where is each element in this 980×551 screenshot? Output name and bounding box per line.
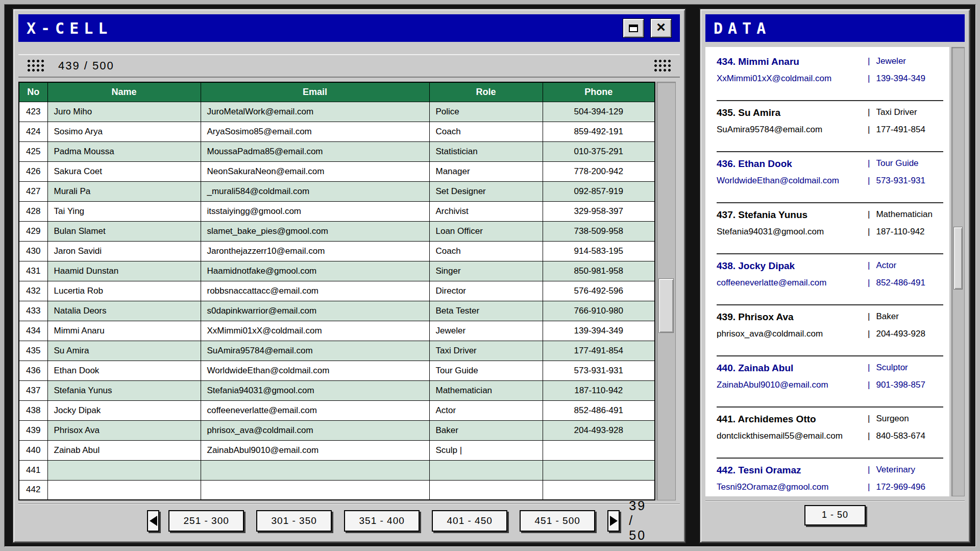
cell-email[interactable]: itsstaiyingg@gmool.com [201,201,429,221]
cell-phone[interactable]: 778-200-942 [543,161,655,181]
cell-phone[interactable]: 573-931-931 [543,361,655,380]
cell-role[interactable]: Coach [429,122,543,141]
cell-role[interactable]: Beta Tester [429,301,543,321]
cell-role[interactable]: Jeweler [429,321,543,341]
cell-no[interactable]: 433 [19,301,47,321]
cell-name[interactable]: Juro Miho [47,102,201,122]
cell-role[interactable]: Taxi Driver [429,341,543,361]
cell-email[interactable]: slamet_bake_pies@gmool.com [201,221,429,241]
cell-no[interactable]: 439 [19,420,47,440]
cell-phone[interactable]: 204-493-928 [543,420,655,440]
close-button[interactable]: × [650,18,672,38]
page-range-button[interactable]: 301 - 350 [256,510,332,532]
cell-name[interactable]: Haamid Dunstan [47,261,201,281]
cell-no[interactable]: 424 [19,122,47,141]
cell-email[interactable]: WorldwideEthan@coldmail.com [201,361,429,380]
cell-phone[interactable]: 177-491-854 [543,341,655,361]
cell-phone[interactable]: 576-492-596 [543,281,655,301]
xcell-scrollbar-thumb[interactable] [658,278,674,332]
cell-email[interactable]: XxMimmi01xX@coldmail.com [201,321,429,341]
cell-phone[interactable] [543,440,655,460]
cell-name[interactable]: Sakura Coet [47,161,201,181]
cell-phone[interactable]: 914-583-195 [543,241,655,261]
cell-phone[interactable] [543,460,655,480]
cell-name[interactable]: Jaron Savidi [47,241,201,261]
cell-no[interactable]: 430 [19,241,47,261]
cell-email[interactable]: s0dapinkwarrior@email.com [201,301,429,321]
cell-name[interactable]: Natalia Deors [47,301,201,321]
cell-email[interactable]: Jaronthejazzerr10@email.com [201,241,429,261]
cell-no[interactable]: 429 [19,221,47,241]
cell-name[interactable]: Jocky Dipak [47,400,201,420]
cell-no[interactable]: 423 [19,102,47,122]
cell-phone[interactable]: 766-910-980 [543,301,655,321]
page-range-button[interactable]: 351 - 400 [344,510,420,532]
prev-page-button[interactable] [147,510,159,532]
cell-email[interactable]: _murali584@coldmail.com [201,181,429,201]
cell-no[interactable]: 432 [19,281,47,301]
cell-email[interactable]: JuroMetalWork@email.com [201,102,429,122]
cell-name[interactable]: Murali Pa [47,181,201,201]
cell-role[interactable]: Coach [429,241,543,261]
cell-role[interactable]: Singer [429,261,543,281]
cell-name[interactable]: Zainab Abul [47,440,201,460]
cell-email[interactable]: SuAmira95784@email.com [201,341,429,361]
cell-no[interactable]: 440 [19,440,47,460]
cell-email[interactable]: AryaSosimo85@email.com [201,122,429,141]
cell-email[interactable]: MoussaPadma85@email.com [201,141,429,161]
cell-name[interactable]: Lucertia Rob [47,281,201,301]
cell-email[interactable]: robbsnaccattacc@email.com [201,281,429,301]
cell-no[interactable]: 425 [19,141,47,161]
cell-phone[interactable]: 010-375-291 [543,141,655,161]
cell-phone[interactable]: 738-509-958 [543,221,655,241]
cell-no[interactable]: 438 [19,400,47,420]
cell-no[interactable]: 435 [19,341,47,361]
cell-name[interactable]: Su Amira [47,341,201,361]
cell-no[interactable]: 434 [19,321,47,341]
cell-no[interactable]: 436 [19,361,47,380]
cell-role[interactable]: Set Designer [429,181,543,201]
cell-email[interactable]: Haamidnotfake@gmool.com [201,261,429,281]
cell-phone[interactable] [543,480,655,500]
cell-role[interactable]: Statistician [429,141,543,161]
cell-phone[interactable]: 850-981-958 [543,261,655,281]
cell-phone[interactable]: 329-958-397 [543,201,655,221]
cell-phone[interactable]: 852-486-491 [543,400,655,420]
cell-no[interactable]: 426 [19,161,47,181]
cell-role[interactable]: Archivist [429,201,543,221]
cell-no[interactable]: 427 [19,181,47,201]
cell-phone[interactable]: 092-857-919 [543,181,655,201]
cell-no[interactable]: 428 [19,201,47,221]
cell-no[interactable]: 442 [19,480,47,500]
cell-email[interactable]: NeonSakuraNeon@email.com [201,161,429,181]
cell-no[interactable]: 431 [19,261,47,281]
cell-no[interactable]: 441 [19,460,47,480]
cell-name[interactable] [47,480,201,500]
cell-role[interactable]: Police [429,102,543,122]
data-scrollbar-thumb[interactable] [953,227,963,290]
cell-email[interactable]: coffeeneverlatte@email.com [201,400,429,420]
data-scrollbar[interactable] [951,47,965,496]
page-range-button[interactable]: 251 - 300 [168,510,244,532]
cell-email[interactable] [201,460,429,480]
cell-role[interactable]: Mathematician [429,380,543,400]
cell-role[interactable] [429,460,543,480]
cell-role[interactable]: Tour Guide [429,361,543,380]
cell-role[interactable]: Manager [429,161,543,181]
xcell-scrollbar[interactable] [656,82,676,500]
page-range-button[interactable]: 401 - 450 [432,510,507,532]
cell-role[interactable]: Sculp | [429,440,543,460]
cell-role[interactable]: Actor [429,400,543,420]
cell-phone[interactable]: 859-492-191 [543,122,655,141]
maximize-button[interactable] [623,18,644,38]
cell-name[interactable]: Sosimo Arya [47,122,201,141]
cell-phone[interactable]: 139-394-349 [543,321,655,341]
cell-name[interactable]: Padma Moussa [47,141,201,161]
cell-no[interactable]: 437 [19,380,47,400]
cell-role[interactable]: Director [429,281,543,301]
page-range-button[interactable]: 451 - 500 [520,510,595,532]
cell-name[interactable]: Mimmi Anaru [47,321,201,341]
cell-email[interactable]: Stefania94031@gmool.com [201,380,429,400]
cell-email[interactable]: ZainabAbul9010@email.com [201,440,429,460]
cell-role[interactable]: Loan Officer [429,221,543,241]
